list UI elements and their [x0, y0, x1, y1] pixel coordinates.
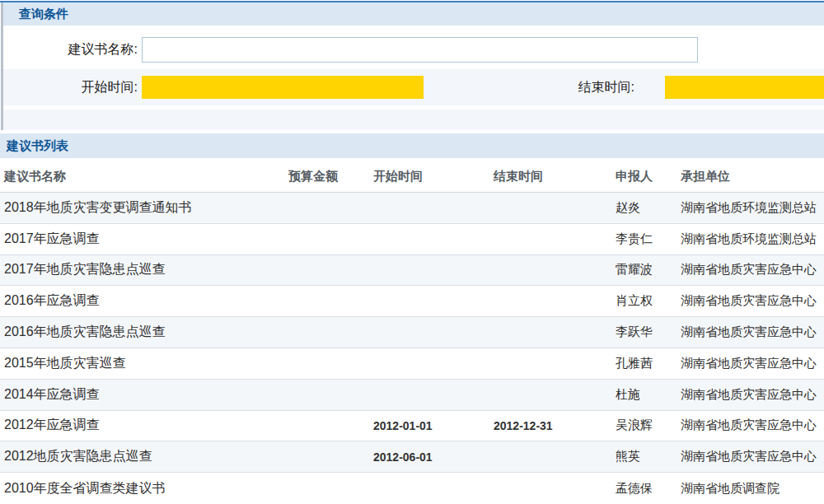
cell-unit: 湖南省地质灾害应急中心 — [676, 411, 824, 441]
proposal-name-label: 建议书名称: — [3, 30, 138, 69]
cell-applicant: 肖立权 — [610, 286, 676, 316]
cell-proposal-name: 2012年应急调查 — [0, 411, 284, 441]
page: 查询条件 建议书名称: 开始时间: 结束时间: 建议书列表 建议书名称 预算金额… — [0, 0, 824, 504]
list-section-header: 建议书列表 — [0, 133, 824, 158]
cell-end-time — [490, 224, 610, 254]
table-row[interactable]: 2012年应急调查 2012-01-01 2012-12-31 吴浪辉 湖南省地… — [0, 411, 824, 442]
cell-proposal-name: 2017年应急调查 — [0, 224, 284, 254]
cell-start-time — [367, 380, 490, 410]
query-section-title: 查询条件 — [3, 7, 68, 22]
query-conditions-panel: 查询条件 建议书名称: 开始时间: 结束时间: — [1, 2, 824, 130]
cell-unit: 湖南省地质灾害应急中心 — [676, 441, 824, 472]
cell-applicant: 孟德保 — [610, 473, 676, 504]
cell-applicant: 杜施 — [610, 380, 676, 410]
table-row[interactable]: 2016年应急调查 肖立权 湖南省地质灾害应急中心 — [0, 286, 824, 317]
cell-start-time — [367, 255, 490, 286]
cell-proposal-name: 2016年应急调查 — [0, 286, 284, 316]
cell-proposal-name: 2016年地质灾害隐患点巡查 — [0, 317, 284, 348]
cell-end-time: 2012-12-31 — [490, 411, 610, 441]
table-row[interactable]: 2018年地质灾害变更调查通知书 赵炎 湖南省地质环境监测总站 — [0, 193, 824, 224]
proposal-table: 建议书名称 预算金额 开始时间 结束时间 申报人 承担单位 2018年地质灾害变… — [0, 161, 824, 504]
cell-end-time — [490, 255, 610, 286]
cell-proposal-name: 2014年应急调查 — [0, 380, 284, 410]
table-row[interactable]: 2015年地质灾害巡查 孔雅茜 湖南省地质灾害应急中心 — [0, 348, 824, 380]
cell-budget — [284, 224, 367, 254]
cell-unit: 湖南省地质灾害应急中心 — [676, 380, 824, 410]
cell-end-time — [490, 286, 610, 316]
cell-applicant: 熊英 — [610, 441, 676, 472]
cell-applicant: 李跃华 — [610, 317, 676, 348]
proposal-name-input[interactable] — [142, 37, 698, 63]
cell-proposal-name: 2012地质灾害隐患点巡查 — [0, 441, 284, 472]
cell-proposal-name: 2015年地质灾害巡查 — [0, 348, 284, 379]
cell-budget — [284, 411, 367, 441]
cell-applicant: 李贵仁 — [610, 224, 676, 254]
proposal-list-panel: 建议书列表 建议书名称 预算金额 开始时间 结束时间 申报人 承担单位 2018… — [0, 133, 824, 504]
cell-applicant: 赵炎 — [610, 193, 676, 223]
cell-unit: 湖南省地质灾害应急中心 — [676, 255, 824, 286]
table-body: 2018年地质灾害变更调查通知书 赵炎 湖南省地质环境监测总站 2017年应急调… — [0, 193, 824, 504]
cell-end-time — [490, 317, 610, 348]
cell-proposal-name: 2018年地质灾害变更调查通知书 — [0, 193, 284, 223]
cell-budget — [284, 255, 367, 286]
cell-applicant: 吴浪辉 — [610, 411, 676, 441]
cell-unit: 湖南省地质环境监测总站 — [676, 193, 824, 223]
cell-budget — [284, 348, 367, 379]
cell-start-time: 2012-01-01 — [367, 411, 490, 441]
cell-end-time — [490, 441, 610, 472]
cell-end-time — [490, 380, 610, 410]
cell-budget — [284, 286, 367, 316]
cell-unit: 湖南省地质灾害应急中心 — [676, 317, 824, 348]
cell-unit: 湖南省地质灾害应急中心 — [676, 286, 824, 316]
cell-start-time: 2012-06-01 — [367, 441, 490, 472]
cell-start-time — [367, 348, 490, 379]
cell-start-time — [367, 224, 490, 254]
cell-end-time — [490, 193, 610, 223]
cell-end-time — [490, 473, 610, 504]
list-section-title: 建议书列表 — [0, 138, 68, 154]
table-row[interactable]: 2014年应急调查 杜施 湖南省地质灾害应急中心 — [0, 380, 824, 411]
query-section-header: 查询条件 — [3, 2, 824, 26]
cell-proposal-name: 2010年度全省调查类建议书 — [0, 473, 284, 504]
cell-budget — [284, 193, 367, 223]
table-row[interactable]: 2017年地质灾害隐患点巡查 雷耀波 湖南省地质灾害应急中心 — [0, 255, 824, 287]
proposal-name-row: 建议书名称: — [3, 30, 824, 69]
col-header-budget: 预算金额 — [284, 161, 367, 192]
cell-unit: 湖南省地质调查院 — [676, 473, 824, 504]
start-time-label: 开始时间: — [3, 69, 138, 105]
cell-budget — [284, 473, 367, 504]
cell-applicant: 孔雅茜 — [610, 348, 676, 379]
cell-start-time — [367, 317, 490, 348]
table-row[interactable]: 2016年地质灾害隐患点巡查 李跃华 湖南省地质灾害应急中心 — [0, 317, 824, 348]
cell-budget — [284, 380, 367, 410]
table-row[interactable]: 2012地质灾害隐患点巡查 2012-06-01 熊英 湖南省地质灾害应急中心 — [0, 441, 824, 473]
cell-budget — [284, 317, 367, 348]
table-row[interactable]: 2010年度全省调查类建议书 孟德保 湖南省地质调查院 — [0, 473, 824, 504]
cell-unit: 湖南省地质环境监测总站 — [676, 224, 824, 254]
col-header-name: 建议书名称 — [0, 161, 284, 192]
cell-proposal-name: 2017年地质灾害隐患点巡查 — [0, 255, 284, 286]
cell-start-time — [367, 473, 490, 504]
query-panel-footer — [3, 110, 824, 130]
col-header-start: 开始时间 — [367, 161, 490, 192]
cell-unit: 湖南省地质灾害应急中心 — [676, 348, 824, 379]
col-header-end: 结束时间 — [490, 161, 610, 192]
cell-budget — [284, 441, 367, 472]
col-header-unit: 承担单位 — [676, 161, 824, 192]
cell-start-time — [367, 193, 490, 223]
time-range-row: 开始时间: 结束时间: — [3, 69, 824, 105]
table-header-row: 建议书名称 预算金额 开始时间 结束时间 申报人 承担单位 — [0, 161, 824, 193]
cell-applicant: 雷耀波 — [610, 255, 676, 286]
col-header-applicant: 申报人 — [610, 161, 676, 192]
end-time-label: 结束时间: — [498, 69, 634, 105]
start-time-input[interactable] — [142, 76, 424, 99]
end-time-input[interactable] — [665, 76, 824, 99]
cell-end-time — [490, 348, 610, 379]
cell-start-time — [367, 286, 490, 316]
table-row[interactable]: 2017年应急调查 李贵仁 湖南省地质环境监测总站 — [0, 224, 824, 255]
